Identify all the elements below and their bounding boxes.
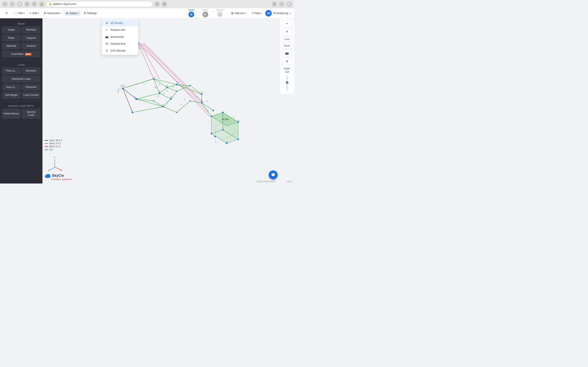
download-button[interactable]: ⬇ xyxy=(272,1,277,7)
reload-button[interactable]: ↻ xyxy=(154,1,160,7)
assemblies-button[interactable]: Assemblies BETA xyxy=(2,51,40,58)
sections-button[interactable]: Sections xyxy=(22,43,40,50)
nodal-masses-button[interactable]: Nodal Masses xyxy=(2,109,21,119)
version-text: v4.6.5 xyxy=(287,180,292,183)
svg-point-63 xyxy=(176,112,177,113)
svg-point-1 xyxy=(191,14,192,15)
views-button[interactable]: Views xyxy=(282,36,292,42)
model-circle xyxy=(189,12,194,17)
address-bar[interactable]: 🔒 platform.skyciv.com xyxy=(46,1,153,7)
svg-text:9: 9 xyxy=(131,109,132,111)
browser-settings-button[interactable]: ⚙ xyxy=(162,1,167,7)
student-version-label: STUDENT VERSION xyxy=(51,178,72,180)
mode-solve[interactable]: Solve xyxy=(201,9,210,17)
chat-button[interactable]: 💬 xyxy=(269,170,278,179)
supports-button[interactable]: Supports xyxy=(22,35,40,42)
user-greeting-text: Hi Scioly.org xyxy=(273,12,288,15)
svg-point-60 xyxy=(170,98,172,100)
camera-button[interactable]: 📷 xyxy=(282,49,292,57)
render-3d-icon: 🖥 xyxy=(105,21,108,25)
svg-text:12: 12 xyxy=(201,91,203,93)
mode-model[interactable]: Model xyxy=(187,9,196,17)
eye-tool-button[interactable]: 👁 xyxy=(282,28,292,35)
back-button[interactable]: ← xyxy=(2,1,8,7)
plates-button[interactable]: Plates xyxy=(2,35,21,42)
tab-button[interactable]: ⬜ xyxy=(17,1,22,7)
legend-sec3: Sec3: 5 x 2 xyxy=(44,145,62,148)
screenshot-item[interactable]: 📷 Screenshot xyxy=(102,33,138,40)
rotate-button[interactable]: Rotate xyxy=(282,43,292,49)
point-loads-button[interactable]: Point Lo... xyxy=(2,67,21,75)
solution-info-label: Solution Info xyxy=(111,28,125,31)
solution-info-item[interactable]: ℹ Solution Info xyxy=(102,26,138,33)
mode-design[interactable]: Design xyxy=(215,9,225,17)
edit-tool-button[interactable]: ✏ xyxy=(282,20,292,27)
settings-menu[interactable]: ⚙ Settings xyxy=(82,10,99,16)
area-loads-button[interactable]: Area Lo... xyxy=(2,84,21,91)
sec2-color-swatch xyxy=(44,143,48,144)
legend-sec1: Sec1: 10 x 5 xyxy=(44,139,62,142)
help-button[interactable]: ? Help ▾ xyxy=(250,10,264,16)
info-button[interactable]: ℹ xyxy=(24,1,30,7)
scale-label: Scale: xyxy=(284,67,290,70)
edit-menu[interactable]: ✏ Edit ▾ xyxy=(27,10,41,16)
svg-text:5: 5 xyxy=(238,119,239,122)
canvas-area[interactable]: 60 kPa xyxy=(43,18,294,184)
user-greeting[interactable]: Hi Scioly.org ▾ xyxy=(273,12,291,15)
svg-text:11: 11 xyxy=(166,84,168,86)
hamburger-menu[interactable]: ≡ xyxy=(3,10,10,17)
load-combos-button[interactable]: Load Combos xyxy=(22,92,40,99)
csv-results-label: CSV Results xyxy=(111,49,126,52)
user-avatar: SB xyxy=(265,10,272,17)
lock-button[interactable]: 🔒 xyxy=(39,1,44,7)
materials-button[interactable]: Materials xyxy=(2,43,21,50)
output-menu[interactable]: 🖥 Output ▾ xyxy=(63,10,81,16)
svg-text:X: X xyxy=(61,169,62,171)
advanced-menu[interactable]: ⚙ Advanced ▾ xyxy=(42,10,63,16)
mode-nav: Model Solve Design xyxy=(187,9,225,17)
forward-button[interactable]: → xyxy=(9,1,15,7)
user-chevron-icon: ▾ xyxy=(290,12,291,15)
svg-point-69 xyxy=(222,129,224,131)
svg-text:15: 15 xyxy=(155,86,156,89)
svg-text:11: 11 xyxy=(158,90,160,92)
csv-results-item[interactable]: ⊞ CSV Results xyxy=(102,47,138,54)
shield-button[interactable]: 🛡 xyxy=(31,1,37,7)
svg-point-73 xyxy=(214,136,216,137)
sec2-label: Sec2: 2 x 2 xyxy=(49,142,61,145)
distributed-loads-button[interactable]: Distributed Loads xyxy=(2,76,40,83)
dynamic-beta-badge: BETA xyxy=(27,105,34,108)
moments-button[interactable]: Moments xyxy=(22,67,40,75)
layers-button[interactable]: ⊞ xyxy=(282,58,292,65)
output-label: Output xyxy=(69,12,77,15)
svg-text:17: 17 xyxy=(188,92,190,95)
window-button[interactable]: ⬜ xyxy=(286,1,292,7)
members-button[interactable]: Members xyxy=(22,26,40,33)
file-menu[interactable]: 📄 File ▾ xyxy=(12,10,26,16)
svg-text:9: 9 xyxy=(181,104,182,106)
right-toolbar: ✏ 👁 Views Rotate 📷 ⊞ Scale: 1.0 xyxy=(280,18,294,94)
self-weight-button[interactable]: Self Weight xyxy=(2,92,21,99)
sidebar-divider-1 xyxy=(2,60,40,60)
render-3d-item[interactable]: 🖥 3D Render xyxy=(102,19,138,26)
solve-label: Solve xyxy=(203,9,208,11)
svg-point-62 xyxy=(201,102,203,104)
spectral-loads-button[interactable]: Spectral Loads xyxy=(22,109,40,119)
skyciv-logo: SkyCiv STUDENT VERSION xyxy=(44,173,72,180)
pressures-button[interactable]: Pressures xyxy=(22,84,40,91)
scale-slider[interactable] xyxy=(286,75,288,91)
loads-section-label: Loads xyxy=(2,63,40,66)
scale-value: 1.0 xyxy=(285,71,289,73)
addons-button[interactable]: ⊞ Add-ons ▾ xyxy=(229,10,248,16)
bookmark-button[interactable]: ☆ xyxy=(279,1,285,7)
advanced-chevron-icon: ▾ xyxy=(60,12,61,14)
screenshot-label: Screenshot xyxy=(111,35,124,38)
render-3d-label: 3D Render xyxy=(111,21,123,25)
camera-roll-item[interactable]: 🎞 Camera Roll xyxy=(102,40,138,47)
advanced-label: Advanced xyxy=(47,12,59,15)
svg-text:18: 18 xyxy=(157,95,159,97)
sidebar: Model Nodes Members Plates Supports Mate… xyxy=(0,18,43,184)
svg-point-58 xyxy=(132,112,133,113)
mode-connector-1 xyxy=(196,12,201,12)
nodes-button[interactable]: Nodes xyxy=(2,26,21,33)
